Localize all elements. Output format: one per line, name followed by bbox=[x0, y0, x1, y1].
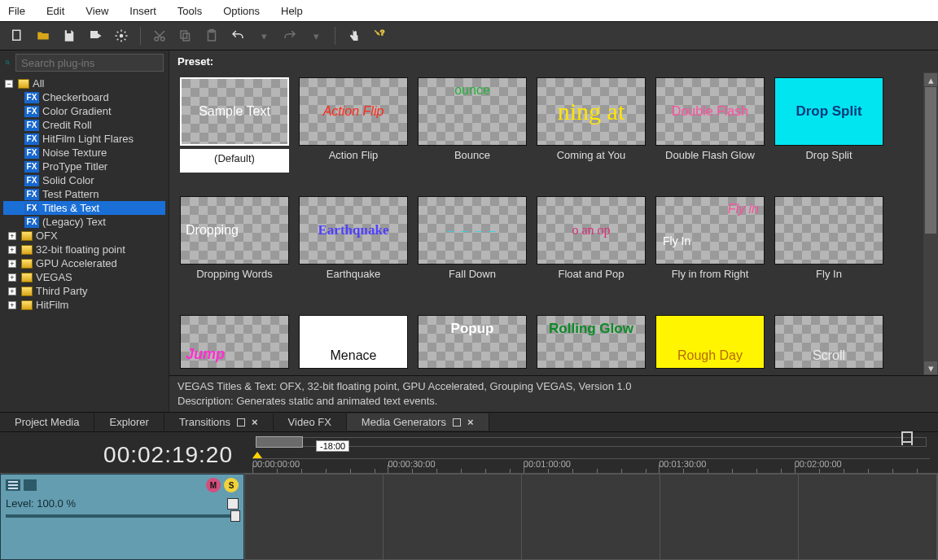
preset-item[interactable]: Rolling Glow bbox=[534, 315, 648, 375]
panel-tab[interactable]: Project Media bbox=[0, 413, 94, 431]
preset-item[interactable]: Fly In bbox=[772, 196, 886, 310]
preset-item[interactable]: o an opFloat and Pop bbox=[534, 196, 648, 310]
menu-help[interactable]: Help bbox=[276, 3, 308, 19]
level-knob[interactable] bbox=[230, 510, 240, 522]
preset-caption: Float and Pop bbox=[559, 268, 625, 280]
help-icon[interactable]: ? bbox=[371, 27, 389, 45]
scroll-thumb[interactable] bbox=[925, 87, 936, 234]
track-header[interactable]: M S Level: 100.0 % bbox=[0, 474, 244, 560]
tree-folder-item[interactable]: +VEGAS bbox=[3, 270, 165, 284]
menu-view[interactable]: View bbox=[81, 3, 113, 19]
solo-badge[interactable]: S bbox=[224, 478, 239, 492]
preset-item[interactable]: EarthquakeEarthquake bbox=[296, 196, 410, 310]
properties-icon[interactable] bbox=[112, 27, 130, 45]
track-minimize-icon[interactable] bbox=[24, 479, 37, 491]
preset-caption: Fly In bbox=[816, 268, 842, 280]
search-input[interactable] bbox=[15, 54, 164, 72]
tab-close-icon[interactable]: × bbox=[467, 416, 474, 428]
loop-end-marker-icon[interactable] bbox=[901, 431, 914, 445]
tree-folder-item[interactable]: +HitFilm bbox=[3, 298, 165, 312]
ruler-tick: 00:01:30:00 bbox=[659, 459, 794, 473]
tree-fx-item[interactable]: FXCheckerboard bbox=[3, 90, 165, 104]
preset-thumb-text: Scroll bbox=[813, 348, 845, 363]
tree-folder-item[interactable]: +GPU Accelerated bbox=[3, 256, 165, 270]
tree-fx-item[interactable]: FXTest Pattern bbox=[3, 187, 165, 201]
new-project-icon[interactable] bbox=[8, 27, 26, 45]
tree-label: 32-bit floating point bbox=[36, 243, 125, 256]
track-lane[interactable] bbox=[244, 474, 938, 560]
tab-label: Transitions bbox=[179, 416, 230, 428]
preset-thumb-text: ounce bbox=[454, 83, 490, 98]
tree-fx-item[interactable]: FXSolid Color bbox=[3, 173, 165, 187]
preset-item[interactable]: Popup bbox=[415, 315, 529, 375]
menu-edit[interactable]: Edit bbox=[42, 3, 69, 19]
menu-options[interactable]: Options bbox=[218, 3, 265, 19]
level-slider[interactable] bbox=[6, 514, 239, 518]
undo-dropdown-icon[interactable]: ▾ bbox=[255, 27, 273, 45]
main-toolbar: ▾ ▾ ? bbox=[0, 21, 938, 50]
preset-thumb-text: Popup bbox=[451, 321, 494, 337]
tree-fx-item[interactable]: FXCredit Roll bbox=[3, 118, 165, 132]
track-automation-icon[interactable] bbox=[227, 498, 239, 510]
preset-thumb-text: Rolling Glow bbox=[549, 321, 633, 337]
folder-icon bbox=[18, 79, 29, 89]
tree-fx-item[interactable]: FXColor Gradient bbox=[3, 104, 165, 118]
tab-close-icon[interactable]: × bbox=[252, 416, 258, 428]
preset-item[interactable]: Double FlashDouble Flash Glow bbox=[653, 77, 767, 191]
undo-icon[interactable] bbox=[229, 27, 247, 45]
tree-fx-item[interactable]: FXTitles & Text bbox=[3, 201, 165, 215]
preset-item[interactable]: DroppingDropping Words bbox=[178, 196, 291, 310]
panel-tab[interactable]: Media Generators× bbox=[347, 413, 489, 431]
tree-label: VEGAS bbox=[36, 271, 72, 283]
panel-tab[interactable]: Explorer bbox=[94, 413, 164, 431]
preset-item[interactable]: Scroll bbox=[772, 315, 886, 375]
timeline-ruler-area[interactable]: -18:00 00:00:00:0000:00:30:0000:01:00:00… bbox=[244, 432, 938, 473]
panel-tab[interactable]: Transitions× bbox=[164, 413, 274, 431]
scroll-up-icon[interactable]: ▴ bbox=[924, 73, 937, 86]
tree-node-all[interactable]: −All bbox=[3, 77, 165, 90]
tree-fx-item[interactable]: FXProType Titler bbox=[3, 160, 165, 173]
preset-item[interactable]: Fly inFly InFly in from Right bbox=[653, 196, 767, 310]
tree-folder-item[interactable]: +32-bit floating point bbox=[3, 243, 165, 256]
tab-label: Explorer bbox=[109, 416, 148, 428]
touch-icon[interactable] bbox=[345, 27, 363, 45]
menu-tools[interactable]: Tools bbox=[173, 3, 207, 19]
preset-item[interactable]: Action FlipAction Flip bbox=[296, 77, 410, 191]
info-line2: Description: Generates static and animat… bbox=[178, 394, 930, 409]
preset-item[interactable]: ning atComing at You bbox=[534, 77, 648, 191]
folder-icon bbox=[21, 300, 33, 310]
plugin-tree[interactable]: −All FXCheckerboardFXColor GradientFXCre… bbox=[0, 75, 169, 412]
tree-label: All bbox=[33, 77, 44, 90]
preset-item[interactable]: Sample Text(Default) bbox=[178, 77, 291, 191]
preset-item[interactable]: Rough Day bbox=[653, 315, 767, 375]
mute-badge[interactable]: M bbox=[206, 478, 221, 492]
preset-item[interactable]: Jump bbox=[178, 315, 291, 375]
tree-fx-item[interactable]: FX(Legacy) Text bbox=[3, 215, 165, 229]
render-icon[interactable] bbox=[86, 27, 104, 45]
open-icon[interactable] bbox=[34, 27, 52, 45]
panel-tab[interactable]: Video FX bbox=[274, 413, 347, 431]
scroll-down-icon[interactable]: ▾ bbox=[924, 361, 937, 374]
scrub-label: -18:00 bbox=[316, 440, 349, 452]
tree-fx-item[interactable]: FXNoise Texture bbox=[3, 146, 165, 160]
preset-caption: Drop Split bbox=[805, 149, 852, 161]
tab-label: Media Generators bbox=[362, 416, 446, 428]
save-icon[interactable] bbox=[60, 27, 78, 45]
preset-scrollbar[interactable]: ▴ ▾ bbox=[923, 72, 938, 375]
tab-window-icon[interactable] bbox=[453, 418, 461, 427]
preset-item[interactable]: — — — —Fall Down bbox=[415, 196, 529, 310]
tree-folder-item[interactable]: +Third Party bbox=[3, 284, 165, 298]
playhead-marker-icon[interactable] bbox=[252, 452, 262, 458]
tab-window-icon[interactable] bbox=[237, 418, 245, 427]
tree-fx-item[interactable]: FXHitFilm Light Flares bbox=[3, 132, 165, 146]
scrub-handle[interactable] bbox=[256, 436, 303, 448]
search-icon[interactable] bbox=[5, 56, 11, 69]
track-menu-icon[interactable] bbox=[6, 479, 20, 491]
preset-item[interactable]: Drop SplitDrop Split bbox=[772, 77, 886, 191]
preset-item[interactable]: ounceBounce bbox=[415, 77, 529, 191]
menu-insert[interactable]: Insert bbox=[125, 3, 161, 19]
preset-item[interactable]: Menace bbox=[296, 315, 410, 375]
tree-label: Third Party bbox=[36, 285, 88, 297]
tree-folder-item[interactable]: +OFX bbox=[3, 229, 165, 243]
menu-file[interactable]: File bbox=[3, 3, 30, 19]
